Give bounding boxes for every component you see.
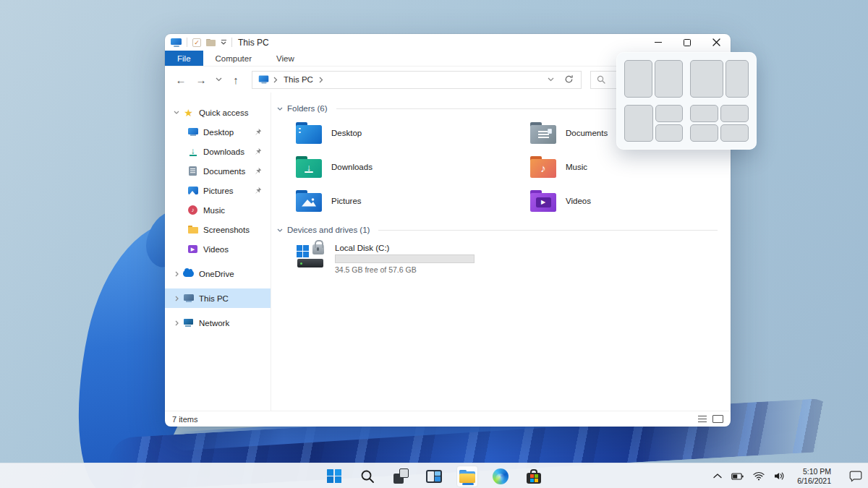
- up-button[interactable]: ↑: [227, 71, 244, 88]
- drive-name: Local Disk (C:): [335, 244, 475, 252]
- snap-zone[interactable]: [720, 105, 749, 122]
- folder-name: Music: [566, 163, 587, 171]
- drive-item-local-disk-c[interactable]: Local Disk (C:) 34.5 GB free of 57.6 GB: [296, 243, 718, 274]
- tab-computer[interactable]: Computer: [203, 51, 265, 66]
- expand-chevron-icon[interactable]: [171, 271, 182, 277]
- clock[interactable]: 5:10 PM 6/16/2021: [794, 467, 834, 486]
- status-bar: 7 items: [165, 411, 731, 427]
- properties-icon[interactable]: ✓: [192, 38, 201, 47]
- large-icons-view-icon[interactable]: [712, 415, 723, 423]
- sidebar-item-documents[interactable]: Documents: [165, 161, 271, 181]
- documents-folder-icon: [530, 122, 556, 144]
- recent-locations-icon[interactable]: [213, 71, 224, 88]
- windows-logo-icon: [297, 245, 309, 257]
- folder-tile-downloads[interactable]: ↓ Downloads: [296, 154, 530, 180]
- back-button[interactable]: ←: [172, 71, 190, 88]
- refresh-icon[interactable]: [564, 74, 574, 85]
- sidebar-item-downloads[interactable]: ↓ Downloads: [165, 142, 271, 161]
- tab-file[interactable]: File: [165, 51, 203, 66]
- address-dropdown-icon[interactable]: [548, 77, 554, 82]
- tray-date: 6/16/2021: [797, 476, 831, 486]
- minimize-button[interactable]: [644, 34, 673, 51]
- snap-layout-two-columns[interactable]: [624, 60, 683, 98]
- sidebar-item-network[interactable]: Network: [165, 313, 271, 333]
- snap-zone[interactable]: [655, 124, 683, 142]
- folder-tile-videos[interactable]: ▶ Videos: [530, 188, 718, 214]
- sidebar-item-screenshots[interactable]: Screenshots: [165, 220, 271, 239]
- widgets-button[interactable]: [423, 466, 445, 487]
- snap-layout-wide-left[interactable]: [690, 60, 749, 98]
- store-button[interactable]: [523, 466, 545, 487]
- close-icon: [712, 38, 720, 46]
- expand-chevron-icon[interactable]: [171, 320, 182, 326]
- breadcrumb[interactable]: This PC: [282, 75, 315, 84]
- snap-zone[interactable]: [655, 105, 683, 122]
- taskbar: 5:10 PM 6/16/2021: [0, 463, 868, 488]
- folder-tile-music[interactable]: ♪ Music: [530, 154, 718, 180]
- sidebar-item-pictures[interactable]: Pictures: [165, 181, 271, 200]
- snap-zone[interactable]: [720, 124, 749, 142]
- search-button[interactable]: [357, 466, 378, 487]
- expand-chevron-icon[interactable]: [171, 296, 182, 301]
- notifications-button[interactable]: [849, 471, 862, 482]
- snap-layout-quad-grid[interactable]: [690, 105, 749, 142]
- sidebar-item-onedrive[interactable]: OneDrive: [165, 264, 271, 283]
- snap-layout-left-plus-stacked[interactable]: [624, 105, 683, 142]
- collapse-chevron-icon[interactable]: [171, 111, 182, 114]
- battery-button[interactable]: [731, 473, 744, 480]
- desktop-icon: [188, 128, 198, 136]
- system-tray: 5:10 PM 6/16/2021: [713, 463, 862, 488]
- pin-icon: [255, 128, 262, 137]
- snap-zone[interactable]: [690, 60, 723, 98]
- sidebar-item-desktop[interactable]: Desktop: [165, 122, 271, 142]
- maximize-button[interactable]: [673, 34, 702, 51]
- chat-bubble-icon: [849, 471, 862, 482]
- breadcrumb-chevron-icon[interactable]: [273, 77, 278, 83]
- drives-section-header[interactable]: Devices and drives (1): [277, 223, 718, 237]
- wifi-button[interactable]: [753, 471, 765, 481]
- folder-tile-pictures[interactable]: Pictures: [296, 188, 530, 214]
- snap-zone[interactable]: [624, 105, 653, 142]
- snap-zone[interactable]: [690, 124, 718, 142]
- divider: [378, 230, 718, 231]
- breadcrumb-chevron-icon[interactable]: [319, 77, 323, 83]
- edge-button[interactable]: [490, 466, 511, 487]
- task-view-button[interactable]: [390, 466, 412, 487]
- tab-view[interactable]: View: [264, 51, 307, 66]
- documents-icon: [189, 166, 197, 176]
- drive-capacity-bar: [335, 254, 475, 263]
- sidebar-item-music[interactable]: ♪ Music: [165, 200, 271, 220]
- search-icon: [597, 75, 605, 84]
- forward-button[interactable]: →: [192, 71, 210, 88]
- sidebar-item-quick-access[interactable]: ★ Quick access: [165, 103, 271, 122]
- quick-access-toolbar: ✓: [171, 38, 232, 47]
- snap-zone[interactable]: [690, 105, 718, 122]
- videos-folder-icon: ▶: [530, 190, 556, 212]
- snap-zone[interactable]: [726, 60, 749, 98]
- titlebar[interactable]: ✓ This PC: [165, 34, 731, 51]
- start-button[interactable]: [323, 466, 345, 487]
- file-explorer-button[interactable]: [456, 466, 478, 487]
- new-folder-icon[interactable]: [206, 39, 216, 46]
- collapse-chevron-icon: [277, 107, 283, 111]
- customize-toolbar-icon[interactable]: [221, 40, 226, 45]
- sidebar-item-videos[interactable]: ▶ Videos: [165, 239, 271, 259]
- details-view-icon[interactable]: [698, 416, 707, 422]
- this-pc-icon: [184, 294, 194, 302]
- volume-button[interactable]: [774, 471, 785, 481]
- widgets-icon: [426, 470, 442, 483]
- close-button[interactable]: [702, 34, 731, 51]
- address-bar[interactable]: This PC: [252, 71, 582, 89]
- maximize-icon: [684, 39, 691, 46]
- window-controls: [644, 34, 731, 51]
- sidebar-item-this-pc[interactable]: This PC: [165, 288, 271, 308]
- snap-zone[interactable]: [624, 60, 652, 98]
- speaker-icon: [774, 471, 785, 481]
- tray-overflow-button[interactable]: [713, 474, 722, 479]
- snap-zone[interactable]: [655, 60, 683, 98]
- this-pc-icon: [171, 38, 182, 47]
- item-count: 7 items: [172, 415, 197, 424]
- pin-icon: [255, 167, 262, 176]
- folder-name: Desktop: [331, 129, 362, 137]
- folder-tile-desktop[interactable]: Desktop: [296, 120, 530, 146]
